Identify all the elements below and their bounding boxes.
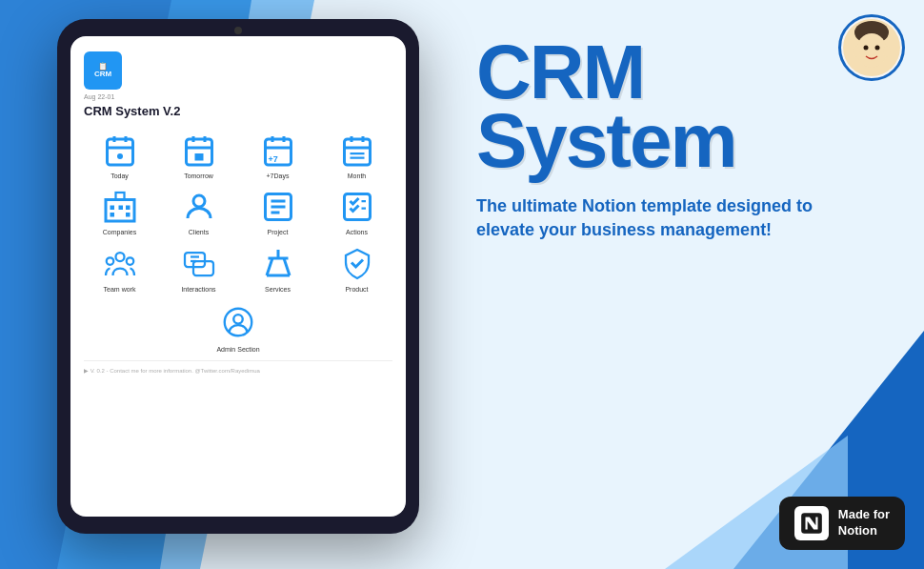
icon-grid-row2: Companies Clients Project — [84, 188, 392, 236]
svg-point-36 — [115, 253, 124, 261]
svg-line-46 — [284, 258, 290, 275]
notion-badge-text: Made for Notion — [838, 507, 890, 539]
svg-point-49 — [233, 315, 243, 324]
icon-project[interactable]: Project — [242, 188, 313, 236]
svg-rect-22 — [115, 193, 124, 200]
icon-interactions[interactable]: Interactions — [163, 245, 234, 294]
crm-title: CRM System V.2 — [84, 104, 392, 118]
crm-heading: CRM System — [476, 38, 886, 175]
svg-point-37 — [106, 257, 113, 265]
icon-today[interactable]: Today — [84, 132, 155, 180]
icon-tomorrow-label: Tomorrow — [184, 173, 213, 180]
icon-7days-label: +7Days — [267, 173, 290, 180]
admin-label: Admin Section — [216, 346, 259, 353]
icon-services[interactable]: Services — [242, 245, 313, 294]
svg-rect-27 — [126, 213, 131, 217]
icon-actions[interactable]: Actions — [321, 188, 392, 236]
admin-section[interactable]: Admin Section — [84, 301, 392, 353]
footer-text: ▶ V. 0.2 - Contact me for more informati… — [84, 360, 392, 374]
svg-rect-5 — [186, 139, 211, 165]
svg-point-52 — [856, 33, 887, 68]
icon-product[interactable]: Product — [321, 245, 392, 294]
svg-point-55 — [853, 46, 860, 57]
crm-logo-icon: 📋CRM — [84, 51, 122, 90]
notion-badge: Made for Notion — [779, 497, 905, 550]
svg-point-28 — [193, 195, 205, 207]
icon-grid-row1: Today Tomorrow +7 +7Days — [84, 132, 392, 180]
icon-project-label: Project — [268, 229, 289, 236]
tablet-screen: 📋CRM Aug 22-01 CRM System V.2 Today Tom — [70, 36, 406, 517]
subtitle-text: The ultimate Notion template designed to… — [476, 194, 838, 242]
svg-text:+7: +7 — [268, 154, 277, 164]
right-content: CRM System The ultimate Notion template … — [476, 38, 886, 242]
svg-rect-15 — [344, 139, 370, 165]
icon-grid-row3: Team work Interactions Services — [84, 245, 392, 294]
svg-point-4 — [117, 153, 123, 159]
svg-rect-39 — [185, 253, 205, 267]
icon-interactions-label: Interactions — [181, 286, 215, 294]
svg-rect-9 — [194, 153, 203, 161]
svg-rect-0 — [107, 139, 132, 165]
icon-services-label: Services — [265, 286, 291, 294]
icon-actions-label: Actions — [346, 229, 368, 236]
crm-logo: 📋CRM — [84, 51, 392, 90]
svg-rect-24 — [118, 206, 123, 211]
svg-point-56 — [883, 46, 891, 57]
icon-teamwork[interactable]: Team work — [84, 245, 155, 294]
svg-rect-26 — [110, 213, 114, 217]
icon-month[interactable]: Month — [321, 132, 392, 180]
icon-today-label: Today — [110, 173, 129, 180]
icon-teamwork-label: Team work — [104, 286, 136, 294]
svg-rect-21 — [106, 200, 134, 222]
icon-7days[interactable]: +7 +7Days — [242, 132, 313, 180]
svg-point-38 — [126, 257, 133, 265]
svg-rect-40 — [193, 261, 213, 275]
svg-point-54 — [875, 46, 880, 51]
svg-rect-25 — [126, 206, 131, 211]
notion-icon — [794, 506, 829, 540]
icon-clients-label: Clients — [189, 229, 209, 236]
svg-rect-23 — [110, 206, 114, 211]
icon-clients[interactable]: Clients — [163, 188, 234, 236]
date-label: Aug 22-01 — [84, 93, 392, 100]
svg-line-45 — [267, 258, 272, 275]
tablet: 📋CRM Aug 22-01 CRM System V.2 Today Tom — [57, 19, 419, 534]
avatar — [838, 14, 905, 81]
svg-point-53 — [864, 46, 869, 51]
tablet-camera — [234, 27, 242, 34]
icon-month-label: Month — [348, 173, 366, 180]
icon-companies[interactable]: Companies — [84, 188, 155, 236]
icon-product-label: Product — [345, 286, 368, 294]
icon-companies-label: Companies — [103, 229, 136, 236]
icon-tomorrow[interactable]: Tomorrow — [163, 132, 234, 180]
